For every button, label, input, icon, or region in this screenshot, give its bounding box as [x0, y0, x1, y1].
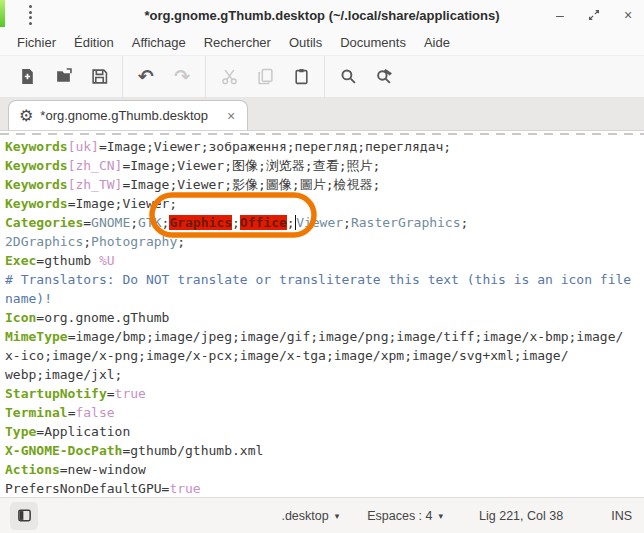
clipboard-icon: [293, 68, 310, 85]
side-panel-toggle-button[interactable]: [10, 502, 38, 530]
input-mode: INS: [585, 509, 634, 523]
editor-line: Categories=GNOME;GTK;Graphics;Office;Vie…: [5, 213, 644, 232]
chevron-down-icon: ▾: [439, 511, 444, 521]
magnifier-icon: [340, 68, 357, 85]
toolbar: ↶ ↷: [0, 56, 644, 98]
editor-line: Keywords[zh_CN]=Image;Viewer;图像;浏览器;查看;照…: [5, 156, 644, 175]
menu-aide[interactable]: Aide: [415, 32, 459, 53]
editor-area[interactable]: Keywords[uk]=Image;Viewer;зображення;пер…: [0, 131, 644, 497]
undo-arrow-icon: ↶: [138, 67, 154, 86]
gear-icon: ⚙: [19, 108, 33, 124]
text-editor-window: { "window": { "title": "*org.gnome.gThum…: [0, 0, 644, 533]
window-title: *org.gnome.gThumb.desktop (~/.local/shar…: [144, 8, 499, 23]
document-tab[interactable]: ⚙ *org.gnome.gThumb.desktop ×: [8, 100, 248, 130]
close-button[interactable]: ×: [618, 5, 638, 25]
window-menu-dots-icon[interactable]: [29, 5, 32, 25]
filetype-dropdown[interactable]: .desktop ▾: [267, 509, 353, 523]
editor-line: Type=Application: [5, 422, 644, 441]
search-button[interactable]: [330, 61, 366, 93]
desktop-corner-strip: [0, 0, 5, 27]
new-document-icon: [19, 68, 36, 85]
save-button[interactable]: [81, 61, 117, 93]
editor-line: Exec=gthumb %U: [5, 251, 644, 270]
minimize-button[interactable]: –: [550, 5, 570, 25]
cut-button[interactable]: [211, 61, 247, 93]
editor-line: X-GNOME-DocPath=gthumb/gthumb.xml: [5, 441, 644, 460]
editor-line: x-ico;image/x-png;image/x-pcx;image/x-tg…: [5, 346, 644, 365]
tab-close-icon[interactable]: ×: [227, 109, 235, 123]
editor-line: # Translators: Do NOT translate or trans…: [5, 270, 644, 289]
statusbar-right: .desktop ▾ Espaces : 4 ▾ Lig 221, Col 38…: [267, 509, 634, 523]
editor-line: Keywords[uk]=Image;Viewer;зображення;пер…: [5, 137, 644, 156]
menu-rechercher[interactable]: Rechercher: [195, 32, 280, 53]
copy-pages-icon: [257, 68, 274, 85]
cursor-position: Lig 221, Col 38: [457, 509, 585, 523]
menubar: Fichier Édition Affichage Rechercher Out…: [0, 30, 644, 56]
undo-button[interactable]: ↶: [128, 61, 164, 93]
menu-affichage[interactable]: Affichage: [123, 32, 195, 53]
titlebar: *org.gnome.gThumb.desktop (~/.local/shar…: [0, 0, 644, 30]
redo-arrow-icon: ↷: [174, 67, 190, 86]
restore-icon: [587, 8, 601, 22]
editor-line: Actions=new-window: [5, 460, 644, 479]
menu-documents[interactable]: Documents: [331, 32, 415, 53]
editor-line: Terminal=false: [5, 403, 644, 422]
window-controls: – ×: [550, 0, 638, 30]
magnifier-edit-icon: [376, 68, 393, 85]
editor-line: 2DGraphics;Photography;: [5, 232, 644, 251]
side-panel-icon: [17, 508, 32, 523]
chevron-down-icon: ▾: [335, 511, 340, 521]
open-button[interactable]: [45, 61, 81, 93]
editor-line: MimeType=image/bmp;image/jpeg;image/gif;…: [5, 327, 644, 346]
redo-button[interactable]: ↷: [164, 61, 200, 93]
editor-line: PrefersNonDefaultGPU=true: [5, 479, 644, 497]
editor-line: Icon=org.gnome.gThumb: [5, 308, 644, 327]
new-document-button[interactable]: [9, 61, 45, 93]
editor-text: Keywords[uk]=Image;Viewer;зображення;пер…: [0, 135, 644, 497]
statusbar: .desktop ▾ Espaces : 4 ▾ Lig 221, Col 38…: [0, 497, 644, 533]
editor-line: StartupNotify=true: [5, 384, 644, 403]
scissors-icon: [221, 68, 238, 85]
search-replace-button[interactable]: [366, 61, 402, 93]
editor-line: Keywords[zh_TW]=Image;Viewer;影像;圖像;圖片;檢視…: [5, 175, 644, 194]
restore-button[interactable]: [584, 5, 604, 25]
menu-fichier[interactable]: Fichier: [8, 32, 65, 53]
menu-edition[interactable]: Édition: [65, 32, 123, 53]
indent-dropdown[interactable]: Espaces : 4 ▾: [353, 509, 457, 523]
open-folder-icon: [55, 68, 72, 85]
copy-button[interactable]: [247, 61, 283, 93]
floppy-disk-icon: [91, 68, 108, 85]
tab-label: *org.gnome.gThumb.desktop: [40, 108, 208, 123]
editor-line: name)!: [5, 289, 644, 308]
menu-outils[interactable]: Outils: [280, 32, 331, 53]
paste-button[interactable]: [283, 61, 319, 93]
editor-line: Keywords=Image;Viewer;: [5, 194, 644, 213]
tabbar: ⚙ *org.gnome.gThumb.desktop ×: [0, 98, 644, 131]
editor-line: webp;image/jxl;: [5, 365, 644, 384]
